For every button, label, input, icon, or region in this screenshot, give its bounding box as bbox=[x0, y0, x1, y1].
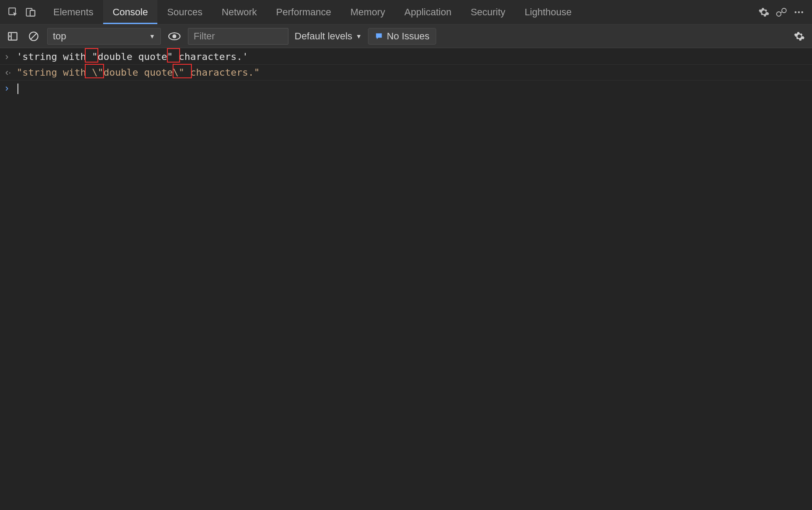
settings-gear-icon[interactable] bbox=[755, 3, 773, 21]
svg-point-6 bbox=[795, 11, 796, 13]
tab-memory[interactable]: Memory bbox=[341, 0, 395, 24]
execution-context-select[interactable]: top ▼ bbox=[47, 28, 161, 45]
output-arrow-icon: ‹· bbox=[5, 65, 17, 80]
svg-point-4 bbox=[777, 12, 781, 16]
chevron-down-icon: ▼ bbox=[356, 33, 362, 40]
annotation-highlight bbox=[85, 64, 104, 78]
issues-icon bbox=[375, 32, 383, 41]
console-output-text: "string with \"double quote\" characters… bbox=[17, 65, 260, 80]
log-levels-label: Default levels bbox=[295, 31, 352, 42]
more-menu-icon[interactable] bbox=[790, 3, 808, 21]
svg-point-8 bbox=[801, 11, 803, 13]
tab-sources[interactable]: Sources bbox=[157, 0, 212, 24]
tab-network[interactable]: Network bbox=[212, 0, 267, 24]
inspect-element-icon[interactable] bbox=[4, 3, 22, 21]
devtools-tabs: Elements Console Sources Network Perform… bbox=[44, 0, 581, 24]
activity-icon[interactable] bbox=[773, 3, 790, 21]
tab-performance[interactable]: Performance bbox=[267, 0, 341, 24]
text-cursor bbox=[17, 84, 18, 94]
input-chevron-icon: › bbox=[5, 49, 17, 64]
console-input-row: › 'string with "double quote" characters… bbox=[0, 49, 812, 65]
annotation-highlight bbox=[85, 48, 98, 63]
chevron-down-icon: ▼ bbox=[149, 33, 155, 40]
svg-point-12 bbox=[173, 34, 177, 38]
issues-button[interactable]: No Issues bbox=[368, 28, 436, 45]
issues-label: No Issues bbox=[387, 31, 430, 42]
console-output: › 'string with "double quote" characters… bbox=[0, 48, 812, 96]
svg-point-7 bbox=[798, 11, 800, 13]
console-output-row: ‹· "string with \"double quote\" charact… bbox=[0, 65, 812, 80]
clear-console-icon[interactable] bbox=[26, 29, 41, 44]
console-settings-gear-icon[interactable] bbox=[792, 29, 807, 44]
sidebar-toggle-icon[interactable] bbox=[5, 29, 20, 44]
console-input-text: 'string with "double quote" characters.' bbox=[17, 49, 248, 64]
filter-input[interactable] bbox=[188, 28, 288, 45]
devtools-tabbar: Elements Console Sources Network Perform… bbox=[0, 0, 812, 24]
tab-elements[interactable]: Elements bbox=[44, 0, 103, 24]
execution-context-value: top bbox=[53, 31, 66, 42]
tab-console[interactable]: Console bbox=[103, 0, 158, 24]
device-toolbar-icon[interactable] bbox=[22, 3, 39, 21]
tab-security[interactable]: Security bbox=[461, 0, 515, 24]
tab-lighthouse[interactable]: Lighthouse bbox=[515, 0, 581, 24]
live-expression-icon[interactable] bbox=[167, 29, 182, 44]
console-prompt-input[interactable] bbox=[17, 81, 18, 95]
log-levels-select[interactable]: Default levels ▼ bbox=[295, 31, 362, 42]
console-toolbar: top ▼ Default levels ▼ No Issues bbox=[0, 24, 812, 48]
annotation-highlight bbox=[173, 64, 192, 78]
console-prompt-row[interactable]: › bbox=[0, 80, 812, 96]
prompt-chevron-icon: › bbox=[5, 81, 17, 95]
svg-rect-2 bbox=[30, 10, 35, 16]
svg-point-5 bbox=[782, 8, 786, 13]
tab-application[interactable]: Application bbox=[395, 0, 461, 24]
annotation-highlight bbox=[167, 48, 180, 63]
